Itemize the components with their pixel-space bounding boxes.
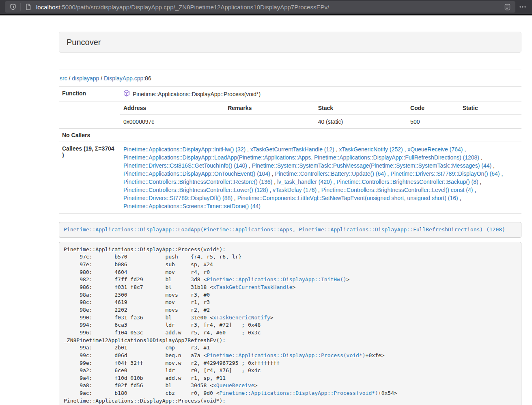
more-menu-icon[interactable] — [517, 1, 529, 13]
col-header-remarks: Remarks — [224, 101, 315, 115]
breadcrumb-link[interactable]: displayapp — [72, 75, 99, 82]
shield-icon[interactable] — [8, 2, 18, 12]
col-header-stack: Stack — [315, 101, 407, 115]
assembly-symbol-link[interactable]: Pinetime::Applications::DisplayApp::Proc… — [220, 390, 378, 396]
callee-link[interactable]: Pinetime::Controllers::Battery::Update()… — [275, 170, 386, 177]
callee-link[interactable]: xQueueReceive (764) — [407, 146, 463, 153]
browser-toolbar: localhost:5000/path/src/displayapp/Displ… — [0, 0, 532, 14]
callee-link[interactable]: Pinetime::Drivers::St7789::DisplayOff() … — [123, 195, 233, 201]
function-name: Pinetime::Applications::DisplayApp::Proc… — [133, 91, 261, 97]
assembly-symbol-link[interactable]: xQueueReceive — [213, 382, 254, 388]
address-bar[interactable]: localhost:5000/path/src/displayapp/Displ… — [5, 1, 515, 13]
callee-link[interactable]: xTaskGenericNotify (252) — [339, 146, 403, 153]
loadapp-box: Pinetime::Applications::DisplayApp::Load… — [59, 222, 521, 238]
callee-link[interactable]: Pinetime::Components::LittleVgl::SetNewT… — [237, 195, 458, 201]
details-row: Address Remarks Stack Code Static 0x0000… — [59, 101, 521, 129]
page-container: Puncover src / displayapp / DisplayApp.c… — [59, 15, 521, 405]
callee-link[interactable]: lv_task_handler (420) — [277, 179, 332, 185]
callee-link[interactable]: Pinetime::Applications::DisplayApp::OnTo… — [123, 170, 270, 177]
callee-link[interactable]: Pinetime::Applications::DisplayApp::Load… — [123, 154, 479, 161]
page-title: Puncover — [67, 38, 101, 47]
callee-link[interactable]: vTaskDelay (176) — [273, 187, 317, 193]
assembly-symbol-link[interactable]: Pinetime::Applications::DisplayApp::Proc… — [207, 352, 365, 358]
url-path: :5000/path/src/displayapp/DisplayApp.cpp… — [60, 4, 329, 11]
code-value: 500 — [407, 115, 459, 128]
stack-value: 40 (static) — [315, 115, 407, 128]
page-header: Puncover — [59, 32, 521, 53]
callee-link[interactable]: xTaskGetCurrentTaskHandle (12) — [250, 146, 334, 153]
col-header-static: Static — [459, 101, 521, 115]
page-icon — [23, 2, 33, 12]
reader-view-icon[interactable] — [502, 2, 512, 12]
col-header-address: Address — [120, 101, 224, 115]
callee-link[interactable]: Pinetime::Applications::Screens::Timer::… — [123, 203, 261, 209]
toolbar-divider — [20, 3, 21, 11]
loadapp-link[interactable]: Pinetime::Applications::DisplayApp::Load… — [64, 226, 505, 233]
function-row: Function Pinetime::Applications::Display… — [59, 87, 521, 101]
assembly-symbol-link[interactable]: xTaskGenericNotify — [213, 315, 270, 321]
function-table: Function Pinetime::Applications::Display… — [59, 86, 521, 214]
table-row: 0x0000097c 40 (static) 500 — [120, 115, 521, 128]
col-header-code: Code — [407, 101, 459, 115]
url-host: localhost — [36, 4, 60, 11]
callee-link[interactable]: Pinetime::Controllers::BrightnessControl… — [336, 179, 478, 185]
no-callers-row: No Callers — [59, 129, 521, 142]
callee-link[interactable]: Pinetime::Drivers::St7789::DisplayOn() (… — [390, 170, 500, 177]
static-value — [459, 115, 521, 128]
address-value: 0x0000097c — [120, 115, 224, 128]
callee-link[interactable]: Pinetime::Controllers::BrightnessControl… — [321, 187, 473, 193]
assembly-symbol-link[interactable]: xTaskGetCurrentTaskHandle — [213, 284, 293, 290]
remarks-value — [224, 115, 315, 128]
function-label: Function — [59, 87, 120, 101]
details-table: Address Remarks Stack Code Static 0x0000… — [120, 101, 521, 128]
callee-link[interactable]: Pinetime::Applications::DisplayApp::Init… — [123, 146, 246, 153]
url-text[interactable]: localhost:5000/path/src/displayapp/Displ… — [36, 4, 502, 11]
callee-link[interactable]: Pinetime::System::SystemTask::PushMessag… — [252, 162, 492, 169]
no-callers-label: No Callers — [59, 129, 120, 142]
callees-label: Callees (19, Σ=3704 ) — [59, 142, 120, 214]
callees-row: Callees (19, Σ=3704 ) Pinetime::Applicat… — [59, 142, 521, 214]
callee-link[interactable]: Pinetime::Controllers::BrightnessControl… — [123, 179, 272, 185]
breadcrumb: src / displayapp / DisplayApp.cpp:86 — [60, 74, 521, 82]
breadcrumb-link[interactable]: DisplayApp.cpp — [104, 75, 143, 82]
assembly-code: Pinetime::Applications::DisplayApp::Proc… — [59, 242, 521, 405]
breadcrumb-link[interactable]: src — [60, 75, 67, 82]
assembly-symbol-link[interactable]: Pinetime::Applications::DisplayApp::Init… — [207, 276, 346, 282]
callee-link[interactable]: Pinetime::Controllers::BrightnessControl… — [123, 187, 268, 193]
divider — [59, 69, 521, 69]
symbol-cube-icon — [123, 90, 130, 98]
callee-link[interactable]: Pinetime::Drivers::Cst816S::GetTouchInfo… — [123, 162, 247, 169]
callees-list: Pinetime::Applications::DisplayApp::Init… — [120, 142, 521, 214]
